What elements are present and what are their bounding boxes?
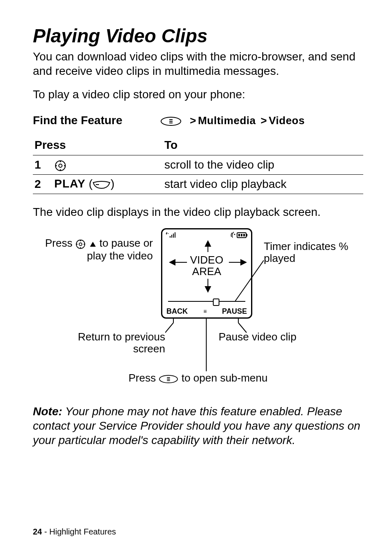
svg-point-12: [79, 243, 82, 245]
intro-paragraph-1: You can download video clips with the mi…: [33, 49, 363, 78]
find-the-feature-value: >Multimedia >Videos: [160, 114, 305, 127]
softkey-back: BACK: [166, 307, 188, 316]
step-number: 1: [33, 155, 53, 175]
signal-icon: [166, 232, 177, 240]
step-number: 2: [33, 174, 53, 194]
steps-table: Press To 1: [33, 135, 363, 194]
svg-rect-21: [173, 234, 174, 238]
find-the-feature-row: Find the Feature >Multimedia >Videos: [33, 114, 363, 127]
note-label: Note:: [33, 405, 62, 418]
svg-point-23: [234, 234, 235, 235]
menu-button-icon: [160, 114, 182, 127]
svg-rect-1: [169, 119, 173, 120]
page-footer: 24 - Highlight Features: [33, 527, 116, 537]
svg-rect-25: [246, 234, 247, 236]
softkey-play-label: PLAY: [54, 177, 85, 190]
step-press: [53, 155, 163, 175]
nav-icon: [54, 158, 67, 172]
gt-1: >: [188, 114, 198, 127]
battery-icon: [230, 232, 248, 240]
page-number: 24: [33, 527, 42, 536]
intro-paragraph-2: To play a video clip stored on your phon…: [33, 87, 363, 102]
note-paragraph: Note: Your phone may not have this featu…: [33, 404, 363, 447]
back-connector-icon: [165, 318, 182, 334]
progress-bar: [168, 299, 245, 303]
svg-point-9: [64, 165, 65, 166]
step-press: PLAY ( ): [53, 174, 163, 194]
step-to: scroll to the video clip: [163, 155, 363, 175]
step-to: start video clip playback: [163, 174, 363, 194]
svg-rect-40: [167, 377, 170, 378]
svg-rect-20: [171, 235, 172, 238]
video-playback-diagram: Press to pause or play the video: [42, 228, 354, 393]
softkey-menu-icon: ≡: [203, 308, 206, 315]
svg-rect-3: [169, 123, 173, 123]
svg-rect-42: [167, 380, 170, 381]
svg-rect-26: [238, 234, 240, 236]
callout-back: Return to previous screen: [58, 331, 165, 356]
svg-rect-10: [96, 184, 99, 185]
after-table-text: The video clip displays in the video cli…: [33, 205, 363, 219]
submenu-connector-icon: [205, 318, 207, 371]
svg-point-14: [80, 247, 81, 248]
up-triangle-icon: [89, 238, 97, 250]
svg-point-11: [76, 240, 85, 248]
col-press: Press: [33, 135, 163, 155]
svg-point-6: [60, 161, 61, 162]
svg-point-5: [59, 164, 62, 167]
svg-point-13: [80, 240, 81, 241]
note-text: Your phone may not have this feature ena…: [33, 405, 360, 447]
svg-point-4: [55, 161, 65, 171]
softkey-pause: PAUSE: [222, 307, 247, 316]
page-title: Playing Video Clips: [33, 25, 363, 47]
find-the-feature-label: Find the Feature: [33, 114, 160, 127]
table-row: 1 scroll to the video clip: [33, 155, 363, 175]
svg-point-15: [76, 244, 78, 245]
softkey-icon: [92, 178, 111, 191]
menu-button-icon: [159, 373, 178, 385]
svg-rect-19: [170, 236, 171, 238]
svg-rect-2: [169, 121, 173, 122]
svg-point-7: [60, 169, 61, 170]
col-to: To: [163, 135, 363, 155]
gt-2: >: [259, 114, 269, 127]
svg-rect-41: [167, 379, 170, 379]
menu-path-videos: Videos: [269, 114, 305, 127]
phone-screen: VIDEO AREA: [161, 228, 252, 319]
table-row: 2 PLAY ( ) start video clip playback: [33, 174, 363, 194]
svg-rect-22: [175, 232, 175, 238]
svg-point-16: [84, 244, 85, 245]
callout-timer: Timer indicates % played: [264, 241, 358, 265]
nav-icon: [75, 238, 86, 250]
svg-point-8: [56, 165, 57, 166]
footer-sep: -: [42, 527, 49, 536]
svg-rect-27: [241, 234, 242, 236]
progress-knob: [213, 298, 219, 306]
svg-point-18: [168, 233, 168, 234]
svg-line-35: [165, 323, 173, 333]
callout-submenu: Press to open sub-menu: [42, 372, 354, 385]
status-bar: [166, 232, 248, 240]
footer-section: Highlight Features: [49, 527, 116, 536]
svg-marker-17: [90, 242, 96, 247]
callout-pause-play: Press to pause or play the video: [42, 237, 153, 262]
menu-path-multimedia: Multimedia: [198, 114, 256, 127]
video-area-label: VIDEO AREA: [162, 254, 251, 278]
svg-rect-28: [243, 234, 245, 236]
callout-pause: Pause video clip: [219, 331, 325, 343]
